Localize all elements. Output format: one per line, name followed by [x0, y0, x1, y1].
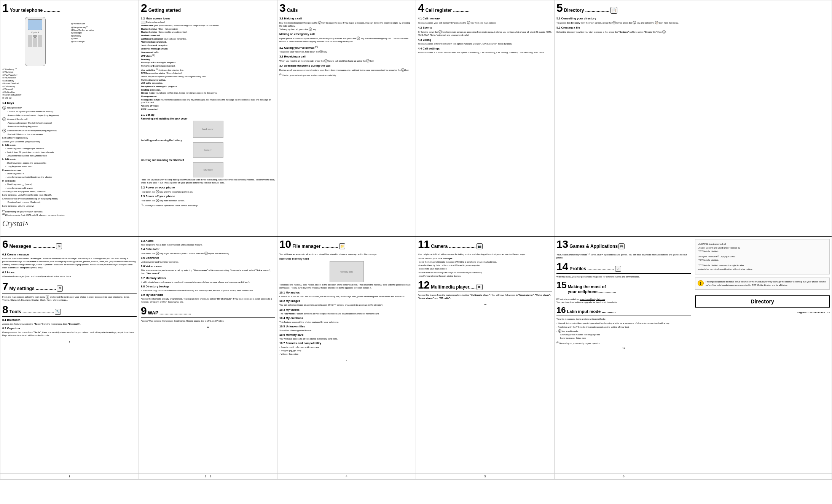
section-4: 4 Call register ............. 4.1 Call m…	[416, 0, 555, 236]
section-11-12: 11 Camera ..................... 📷 Your c…	[416, 237, 555, 473]
keys-content: ▲ Navigation key Confirm an option (pres…	[2, 106, 137, 207]
tools-icon: 🔧	[55, 309, 61, 315]
alcatel-trademark-box: ALCATEL is a trademark of Alcatel-Lucent…	[695, 239, 830, 274]
section-1: 1 Your telephone ............. Crystal A	[0, 0, 139, 236]
section-1-title: Your telephone .............	[10, 8, 61, 13]
directory-highlight: Directory	[695, 295, 830, 308]
footer-23: 2 3	[139, 474, 277, 479]
section-6-7: 6 Messages .................. ✉ 6.1 Crea…	[0, 237, 139, 473]
section-4-number: 4	[418, 2, 424, 14]
section-13-16: 13 Games & Applications 🎮 Your Alcatel p…	[555, 237, 693, 473]
section-2: 2 Getting started 1.2 Main screen icons …	[139, 0, 277, 236]
section1-notes: (1) Depending on your network operator. …	[2, 209, 137, 216]
settings-icon: ⚙	[57, 285, 63, 292]
section-2-number: 2	[141, 2, 147, 14]
footer-page-12: English - CJB2111ALAAA 12	[695, 311, 830, 314]
games-icon: 🎮	[618, 243, 625, 249]
footer-1: 1	[0, 474, 139, 479]
section-top-6	[693, 0, 832, 236]
section-3-title: Calls	[287, 8, 298, 13]
profiles-icon: ♪	[615, 266, 621, 272]
section-5-title: Directory ...................	[564, 8, 609, 13]
footer-5: 5	[416, 474, 555, 479]
footer-6: 6	[555, 474, 693, 479]
section-5: 5 Directory ................... 📋 5.1 Co…	[555, 0, 693, 236]
section-1-number: 1	[2, 2, 9, 14]
keys-section-title: 1.1 Keys	[2, 101, 137, 105]
directory-icon: 📋	[610, 7, 617, 14]
section-8-9: 8.3 Alarm Your cellphone has a built-in …	[139, 237, 277, 473]
section-3: 3 Calls 3.1 Making a call Dial the desir…	[277, 0, 416, 236]
section-10: 10 File manager ............. 📁 You will…	[277, 237, 416, 473]
section-2-title: Getting started	[148, 8, 181, 13]
multimedia-icon: ▶	[477, 284, 483, 290]
camera-icon: 📷	[477, 243, 483, 249]
section-alcatel: ALCATEL is a trademark of Alcatel-Lucent…	[693, 237, 832, 473]
section-4-title: Call register .............	[426, 8, 470, 13]
crystal-logo: Crystal A	[2, 219, 137, 228]
footer-blank	[693, 474, 832, 479]
warning-box: ! Prolonged exposure to music at full vo…	[695, 278, 830, 289]
warning-icon: !	[698, 280, 704, 286]
footer-4: 4	[277, 474, 416, 479]
section-5-number: 5	[556, 2, 563, 14]
messages-icon: ✉	[56, 243, 62, 249]
section-3-number: 3	[279, 2, 286, 14]
file-manager-icon: 📁	[339, 243, 345, 249]
